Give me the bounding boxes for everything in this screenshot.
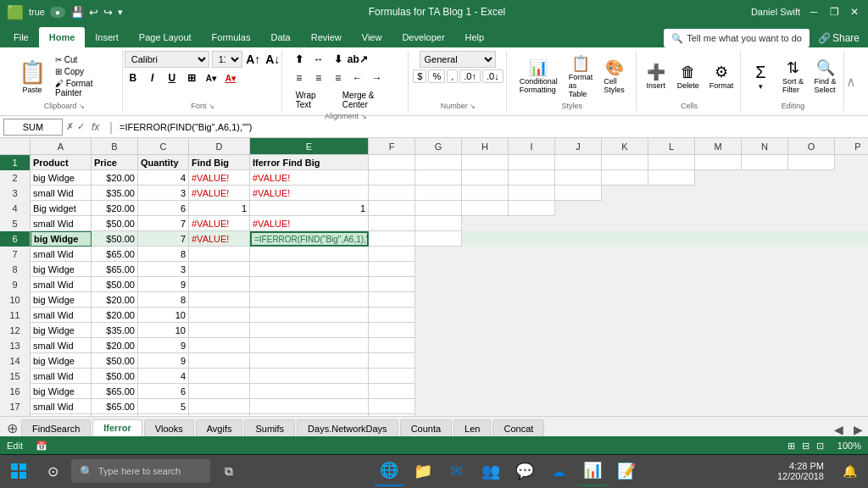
cell-A11[interactable]: small Wid [31,308,92,323]
cell-B3[interactable]: $35.00 [92,186,138,201]
cell-A4[interactable]: Big widget [31,201,92,216]
merge-center-button[interactable]: Merge & Center [337,88,401,112]
font-shrink-icon[interactable]: A↓ [264,51,281,68]
col-header-E[interactable]: E [250,138,369,154]
col-header-H[interactable]: H [462,138,509,154]
sheet-tab-avgifs[interactable]: Avgifs [196,419,243,436]
align-bottom-button[interactable]: ⬇ [330,51,347,68]
cell-F8[interactable] [369,262,415,277]
cell-C8[interactable]: 3 [138,262,189,277]
cell-B6[interactable]: $50.00 [92,231,138,247]
align-right-button[interactable]: ≡ [330,69,347,86]
cell-E15[interactable] [250,369,369,384]
cell-F9[interactable] [369,277,415,292]
cell-C15[interactable]: 4 [138,369,189,384]
cell-E7[interactable] [250,247,369,262]
sheet-tab-findsearch[interactable]: FindSearch [21,419,91,436]
cell-E17[interactable] [250,399,369,414]
cell-G5[interactable] [415,216,462,231]
row-num-4[interactable]: 4 [0,201,31,216]
cell-N1[interactable] [742,155,788,170]
notifications-button[interactable]: 🔔 [834,456,865,486]
start-button[interactable] [3,456,34,486]
cell-K1[interactable] [602,155,648,170]
cell-B17[interactable]: $65.00 [92,399,138,414]
currency-button[interactable]: $ [413,69,426,83]
font-grow-icon[interactable]: A↑ [245,51,262,68]
border-button[interactable]: ⊞ [183,69,200,86]
conditional-formatting-button[interactable]: 📊 ConditionalFormatting [515,56,562,97]
cell-E12[interactable] [250,323,369,338]
row-num-2[interactable]: 2 [0,170,31,186]
cell-M1[interactable] [695,155,742,170]
cell-A17[interactable]: small Wid [31,399,92,414]
cell-E8[interactable] [250,262,369,277]
comma-button[interactable]: , [447,69,458,83]
cell-E2[interactable]: #VALUE! [250,170,369,186]
col-header-G[interactable]: G [415,138,462,154]
cell-A7[interactable]: small Wid [31,247,92,262]
cell-F16[interactable] [369,384,415,399]
cell-B15[interactable]: $50.00 [92,369,138,384]
autosave-toggle[interactable]: ● [50,7,65,18]
cell-F12[interactable] [369,323,415,338]
cell-F17[interactable] [369,399,415,414]
col-header-P[interactable]: P [835,138,868,154]
name-box[interactable] [3,119,63,136]
cell-B4[interactable]: $20.00 [92,201,138,216]
cell-J2[interactable] [555,170,602,186]
sort-filter-button[interactable]: ⇅ Sort &Filter [778,56,809,97]
cell-D13[interactable] [189,338,250,353]
cell-C3[interactable]: 3 [138,186,189,201]
row-num-3[interactable]: 3 [0,186,31,201]
cell-A10[interactable]: big Widge [31,292,92,308]
cell-E11[interactable] [250,308,369,323]
cell-G2[interactable] [415,170,462,186]
col-header-N[interactable]: N [742,138,788,154]
col-header-D[interactable]: D [189,138,250,154]
cell-B14[interactable]: $50.00 [92,353,138,369]
row-num-1[interactable]: 1 [0,155,31,170]
cell-E10[interactable] [250,292,369,308]
cell-A13[interactable]: small Wid [31,338,92,353]
italic-button[interactable]: I [144,69,161,86]
cell-D10[interactable] [189,292,250,308]
cell-B9[interactable]: $50.00 [92,277,138,292]
cell-A8[interactable]: big Widge [31,262,92,277]
tab-home[interactable]: Home [39,27,86,47]
tab-formulas[interactable]: Formulas [202,27,261,47]
sheet-tab-vlooks[interactable]: Vlooks [144,419,194,436]
cell-B11[interactable]: $20.00 [92,308,138,323]
cell-G4[interactable] [415,201,462,216]
cell-C1[interactable]: Quantity [138,155,189,170]
cell-D5[interactable]: #VALUE! [189,216,250,231]
orientation-button[interactable]: ab↗ [349,51,366,68]
cell-J3[interactable] [555,186,602,201]
cell-F6[interactable] [369,231,415,247]
excel-button[interactable]: 📊 [577,456,608,486]
cell-C18[interactable]: 6 [138,414,189,416]
cell-styles-button[interactable]: 🎨 CellStyles [599,56,629,97]
cell-A5[interactable]: small Wid [31,216,92,231]
row-num-16[interactable]: 16 [0,384,31,399]
cell-I4[interactable] [509,201,555,216]
share-button[interactable]: 🔗 Share [810,29,868,47]
cell-H4[interactable] [462,201,509,216]
cell-C11[interactable]: 10 [138,308,189,323]
cell-B1[interactable]: Price [92,155,138,170]
cell-C14[interactable]: 9 [138,353,189,369]
decrease-decimal-button[interactable]: .0↓ [482,69,504,83]
col-header-I[interactable]: I [509,138,555,154]
col-header-A[interactable]: A [31,138,92,154]
edge-button[interactable]: 🌐 [374,456,404,486]
align-center-button[interactable]: ≡ [310,69,327,86]
copy-button[interactable]: ⊞ Copy [53,66,115,77]
cell-E3[interactable]: #VALUE! [250,186,369,201]
cell-F7[interactable] [369,247,415,262]
cell-H3[interactable] [462,186,509,201]
tab-help[interactable]: Help [455,27,495,47]
row-num-17[interactable]: 17 [0,399,31,414]
cell-A15[interactable]: small Wid [31,369,92,384]
cell-I1[interactable] [509,155,555,170]
cell-C10[interactable]: 8 [138,292,189,308]
